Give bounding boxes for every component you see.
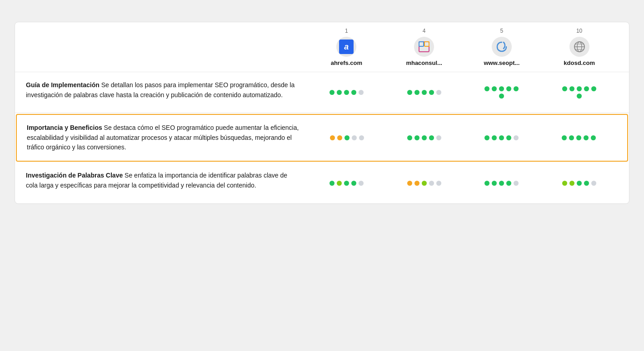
topic-column-header [26,22,308,72]
dots-cell-row2-site0 [309,115,386,161]
dots-cell-row1-site1 [385,72,463,113]
site-favicon [492,37,512,57]
dot-green-dark [429,135,434,140]
dot-green-dark [422,90,427,95]
dot-green-dark [492,135,497,140]
dot-green-dark [492,181,497,186]
site-favicon: a [336,37,356,57]
dot-yellow [330,135,335,140]
dot-green-dark [484,181,489,186]
dots-cell-row1-site0 [308,72,385,113]
site-header-mhaconsul: 4 mhaconsul... [385,22,463,72]
dot-green-dark [499,135,504,140]
dot-green-dark [569,86,574,91]
dot-green-dark [514,86,519,91]
dot-green-dark [562,86,567,91]
table-row-row3: Investigación de Palabras Clave Se enfat… [15,163,629,203]
dot-gray [359,90,364,95]
dot-green-dark [584,86,589,91]
dot-green-dark [562,135,567,140]
dot-green-dark [329,90,334,95]
dot-green-dark [484,135,489,140]
dot-yellow [414,181,419,186]
dot-gray [591,181,596,186]
dot-gray [429,181,434,186]
dot-yellow [337,135,342,140]
dot-green-dark [506,135,511,140]
site-name: www.seopt... [484,59,519,66]
dot-green-dark [344,181,349,186]
site-name: ahrefs.com [331,59,362,66]
dots-cell-row3-site0 [308,163,385,203]
svg-rect-1 [419,42,424,46]
dot-green-dark [344,135,349,140]
dots-cell-row3-site3 [540,163,618,203]
dot-green-dark [577,86,582,91]
topic-cell: Investigación de Palabras Clave Se enfat… [26,163,308,203]
dots-cell-row2-site2 [463,115,540,161]
dot-gray [359,135,364,140]
dot-gray [436,181,441,186]
dot-green-dark [344,90,349,95]
table-body: Guía de Implementación Se detallan los p… [15,72,629,203]
dot-green-dark [484,86,489,91]
dot-olive [422,181,427,186]
dot-green-dark [577,181,582,186]
dot-green-dark [591,86,596,91]
site-rank: 5 [500,28,504,34]
dot-gray [514,135,519,140]
dot-green-dark [506,181,511,186]
dot-green-dark [414,90,419,95]
dot-green-dark [499,94,504,99]
site-name: mhaconsul... [406,59,442,66]
topic-coverage-card: 1aahrefs.com4 mhaconsul...5 www.seopt...… [15,22,629,204]
dot-olive [569,181,574,186]
dots-cell-row2-site1 [386,115,463,161]
dot-green-dark [577,94,582,99]
dots-cell-row2-site3 [540,115,617,161]
topic-title: Investigación de Palabras Clave [26,172,123,179]
dots-cell-row1-site2 [463,72,541,113]
dot-green-dark [422,135,427,140]
table-row-row2: Importancia y Beneficios Se destaca cómo… [16,114,628,162]
dot-green-dark [329,181,334,186]
dot-green-dark [569,135,574,140]
dot-green-dark [499,181,504,186]
dot-green-dark [492,86,497,91]
site-rank: 1 [345,28,348,34]
dot-green-dark [591,135,596,140]
site-favicon [414,37,434,57]
site-favicon [569,37,589,57]
dot-gray [436,90,441,95]
dot-green-dark [337,90,342,95]
topic-title: Importancia y Beneficios [27,124,102,131]
site-header-seopt: 5 www.seopt... [463,22,541,72]
dot-gray [514,181,519,186]
dot-green-dark [576,135,581,140]
dot-green-dark [499,86,504,91]
svg-rect-2 [424,42,429,46]
dots-cell-row3-site2 [463,163,541,203]
topic-cell: Guía de Implementación Se detallan los p… [26,72,308,113]
site-header-kdosd: 10 kdosd.com [540,22,618,72]
dot-green-dark [414,135,419,140]
site-header-ahrefs: 1aahrefs.com [308,22,385,72]
dot-green-dark [584,135,589,140]
dot-olive [337,181,342,186]
topic-cell: Importancia y Beneficios Se destaca cómo… [27,115,309,161]
dot-green-dark [407,90,412,95]
dot-gray [352,135,357,140]
dot-green-dark [584,181,589,186]
dot-green-dark [429,90,434,95]
site-rank: 10 [576,28,582,34]
dot-gray [436,135,441,140]
site-name: kdosd.com [564,59,595,66]
dot-yellow [407,181,412,186]
dot-gray [359,181,364,186]
dot-green-dark [407,135,412,140]
dot-green-dark [506,86,511,91]
dots-cell-row3-site1 [385,163,463,203]
topic-title: Guía de Implementación [26,81,100,89]
table-row-row1: Guía de Implementación Se detallan los p… [15,72,629,113]
site-rank: 4 [423,28,426,34]
